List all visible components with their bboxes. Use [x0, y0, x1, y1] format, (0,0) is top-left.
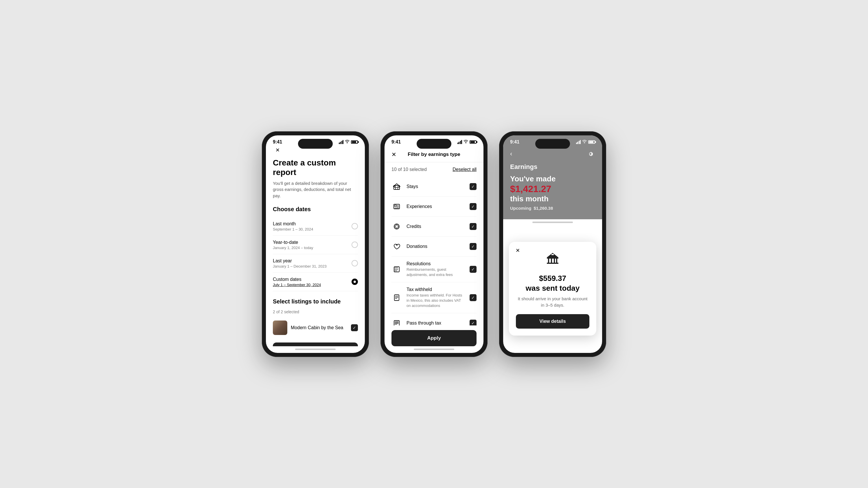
signal-2	[458, 140, 462, 144]
upcoming-block: Upcoming $1,260.38	[510, 206, 595, 210]
filter-label-resolutions: Resolutions	[406, 261, 465, 266]
view-details-button[interactable]: View details	[516, 314, 589, 329]
filter-list: Stays ✓	[384, 177, 484, 325]
phone-1-screen: 9:41 ✕ Create a custom report You'll g	[266, 135, 365, 353]
upcoming-label: Upcoming	[510, 206, 531, 210]
filter-close-button[interactable]: ✕	[389, 150, 398, 159]
wifi-1	[345, 140, 349, 144]
payment-modal: ✕ $559.37 was sent today	[509, 242, 596, 335]
filter-item-stays[interactable]: Stays ✓	[392, 177, 476, 197]
status-icons-1	[339, 140, 358, 144]
filter-checkbox-stays[interactable]: ✓	[470, 183, 476, 190]
svg-rect-27	[548, 259, 549, 263]
filter-checkbox-pass-through-tax[interactable]: ✓	[470, 320, 476, 325]
filter-item-credits[interactable]: Credits ✓	[392, 217, 476, 237]
time-3: 9:41	[510, 139, 519, 144]
filter-label-tax-withheld: Tax withheld	[406, 287, 465, 292]
svg-rect-31	[547, 263, 558, 264]
credits-icon	[392, 221, 402, 232]
filter-label-pass-through-tax: Pass through tax	[406, 321, 465, 325]
svg-rect-3	[394, 186, 396, 188]
filter-item-donations[interactable]: Donations ✓	[392, 237, 476, 257]
date-label-1: Year-to-date	[273, 240, 313, 245]
payment-was-sent: was sent today	[526, 284, 580, 292]
payment-amount: $559.37 was sent today	[516, 274, 589, 293]
payment-modal-close-button[interactable]: ✕	[514, 247, 522, 255]
radio-1[interactable]	[351, 241, 358, 248]
date-option-last-year[interactable]: Last year January 1 – December 31, 2023	[273, 254, 358, 273]
filter-item-tax-withheld[interactable]: Tax withheld Income taxes withheld. For …	[392, 282, 476, 314]
date-option-ytd[interactable]: Year-to-date January 1, 2024 – today	[273, 236, 358, 254]
phone-3: 9:41 ‹	[499, 131, 606, 357]
filter-item-pass-through-tax[interactable]: Pass through tax ✓	[392, 313, 476, 325]
listing-thumbnail	[273, 321, 287, 335]
date-sub-2: January 1 – December 31, 2023	[273, 264, 327, 268]
filter-selection-bar: 10 of 10 selected Deselect all	[384, 162, 484, 177]
dynamic-island-2	[416, 139, 452, 149]
apply-button[interactable]: Apply	[392, 330, 476, 346]
youve-made-label: You've made	[510, 174, 595, 184]
filter-item-experiences[interactable]: Experiences ✓	[392, 197, 476, 217]
earnings-amount: $1,421.27	[510, 184, 595, 194]
selection-count: 10 of 10 selected	[392, 167, 427, 172]
listing-checkbox[interactable]: ✓	[351, 324, 358, 331]
date-option-custom[interactable]: Custom dates July 1 – September 30, 2024	[273, 273, 358, 291]
filter-label-donations: Donations	[406, 244, 465, 249]
donations-icon	[392, 241, 402, 252]
filter-checkbox-experiences[interactable]: ✓	[470, 203, 476, 210]
time-2: 9:41	[392, 139, 401, 144]
listing-name: Modern Cabin by the Sea	[291, 325, 347, 330]
filter-label-stays: Stays	[406, 184, 465, 189]
date-label-3: Custom dates	[273, 277, 321, 282]
date-option-last-month[interactable]: Last month September 1 – 30, 2024	[273, 217, 358, 236]
date-options: Last month September 1 – 30, 2024 Year-t…	[273, 217, 358, 291]
svg-rect-6	[395, 205, 396, 206]
close-button-1[interactable]: ✕	[273, 147, 282, 153]
status-icons-2	[458, 140, 477, 144]
radio-0[interactable]	[351, 223, 358, 229]
dynamic-island-3	[535, 139, 570, 149]
radio-2[interactable]	[351, 260, 358, 266]
battery-2	[470, 140, 476, 144]
back-button[interactable]: ‹	[510, 150, 512, 158]
listing-item[interactable]: Modern Cabin by the Sea ✓	[273, 318, 358, 338]
signal-1	[339, 140, 344, 144]
date-sub-3[interactable]: July 1 – September 30, 2024	[273, 283, 321, 287]
choose-dates-label: Choose dates	[273, 206, 358, 213]
svg-point-12	[396, 244, 397, 245]
filter-checkbox-credits[interactable]: ✓	[470, 223, 476, 230]
deselect-all-button[interactable]: Deselect all	[453, 167, 476, 172]
home-indicator-1	[295, 349, 336, 350]
listings-section: Select listings to include 2 of 2 select…	[273, 298, 358, 338]
tax-withheld-icon	[392, 292, 402, 303]
phone-2-screen: 9:41 ✕ Filter by earnings type	[384, 135, 484, 353]
svg-point-14	[395, 267, 395, 268]
filter-modal-title: Filter by earnings type	[408, 152, 460, 157]
radio-3[interactable]	[351, 279, 358, 285]
filter-sublabel-resolutions: Reimbursements, guest adjustments, and e…	[406, 267, 465, 278]
status-icons-3	[576, 140, 595, 144]
filter-checkbox-resolutions[interactable]: ✓	[470, 266, 476, 273]
pass-through-tax-icon	[392, 318, 402, 325]
filter-modal-header: ✕ Filter by earnings type	[384, 147, 484, 162]
listings-label: Select listings to include	[273, 298, 358, 305]
filter-label-credits: Credits	[406, 224, 465, 229]
payment-description: It should arrive in your bank account in…	[516, 296, 589, 308]
payment-amount-value: $559.37	[539, 274, 566, 283]
phone-1: 9:41 ✕ Create a custom report You'll g	[262, 131, 369, 357]
earnings-nav: ‹	[510, 147, 595, 163]
get-pdf-button[interactable]: Get PDF report	[273, 343, 358, 346]
settings-button[interactable]	[586, 149, 595, 159]
bank-icon	[516, 251, 589, 269]
filter-checkbox-tax-withheld[interactable]: ✓	[470, 294, 476, 301]
svg-rect-4	[398, 186, 399, 188]
filter-checkbox-donations[interactable]: ✓	[470, 243, 476, 250]
svg-rect-29	[554, 259, 555, 263]
resolutions-icon	[392, 264, 402, 274]
date-sub-1: January 1, 2024 – today	[273, 246, 313, 250]
svg-rect-17	[394, 295, 399, 300]
report-title: Create a custom report	[273, 158, 358, 177]
signal-3	[576, 140, 581, 144]
filter-item-resolutions[interactable]: Resolutions Reimbursements, guest adjust…	[392, 257, 476, 282]
stays-icon	[392, 182, 402, 192]
